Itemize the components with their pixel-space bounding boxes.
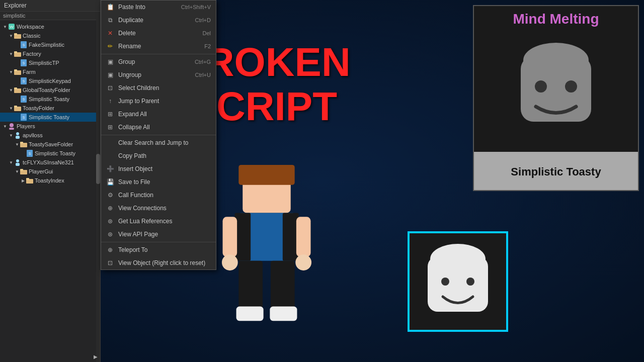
tree-item-toastysavefolder[interactable]: ▼ToastySaveFolder bbox=[0, 140, 100, 149]
tree-arrow[interactable]: ▼ bbox=[8, 159, 14, 165]
scrollbar-track[interactable] bbox=[96, 15, 100, 362]
tree-item-simplistictp[interactable]: SSimplisticTP bbox=[0, 58, 100, 67]
context-menu-item-clear-search[interactable]: Clear Search and Jump to bbox=[101, 136, 216, 149]
tree-label: FakeSimplistic bbox=[29, 42, 64, 48]
character-display bbox=[216, 161, 317, 337]
tree-item-toastyindex[interactable]: ▶ToastyIndex bbox=[0, 176, 100, 185]
tree-item-tcflyx[interactable]: ▼tcFLYXuSInsaNe321 bbox=[0, 158, 100, 167]
explorer-panel: Explorer simplistic ▼WWorkspace▼ClassicS… bbox=[0, 0, 101, 362]
tree-arrow[interactable]: ▼ bbox=[8, 69, 14, 75]
tree-item-simplistictoasty3[interactable]: SSimplistic Toasty bbox=[0, 149, 100, 158]
ctx-label-save-to-file: Save to File bbox=[118, 178, 211, 186]
svg-text:S: S bbox=[23, 79, 25, 83]
tree-item-fakesimplistic[interactable]: SFakeSimplistic bbox=[0, 40, 100, 49]
tree-item-classic[interactable]: ▼Classic bbox=[0, 31, 100, 40]
context-menu-separator bbox=[101, 242, 216, 242]
context-menu-item-copy-path[interactable]: Copy Path bbox=[101, 149, 216, 162]
svg-rect-10 bbox=[271, 261, 295, 309]
context-menu-item-teleport-to[interactable]: ⊕Teleport To bbox=[101, 243, 216, 256]
tree-label: Simplistic Toasty bbox=[29, 96, 69, 102]
preview-card-channel: Simplistic Toasty bbox=[474, 152, 638, 191]
scrollbar-thumb[interactable] bbox=[96, 154, 100, 184]
context-menu-item-duplicate[interactable]: ⧉DuplicateCtrl+D bbox=[101, 14, 216, 27]
preview-card: Mind Melting Simplistic Toasty bbox=[473, 5, 639, 191]
tree-label: apvlloss bbox=[23, 132, 43, 138]
context-menu-item-jump-to-parent[interactable]: ↑Jump to Parent bbox=[101, 95, 216, 108]
ctx-label-clear-search: Clear Search and Jump to bbox=[118, 139, 211, 146]
explorer-tree: ▼WWorkspace▼ClassicSFakeSimplistic▼Facto… bbox=[0, 20, 100, 187]
context-menu-item-view-api[interactable]: ⊛View API Page bbox=[101, 228, 216, 241]
tree-arrow[interactable]: ▼ bbox=[8, 33, 14, 39]
ctx-icon-view-object: ⊡ bbox=[106, 259, 114, 267]
context-menu-item-view-object[interactable]: ⊡View Object (Right click to reset) bbox=[101, 256, 216, 269]
context-menu-item-ungroup[interactable]: ▣UngroupCtrl+U bbox=[101, 68, 216, 81]
ctx-shortcut-delete: Del bbox=[202, 30, 211, 36]
tree-icon-folder bbox=[14, 68, 21, 75]
ctx-label-group: Group bbox=[118, 58, 185, 65]
tree-item-workspace[interactable]: ▼WWorkspace bbox=[0, 22, 100, 31]
tree-item-toastyfolder[interactable]: ▼ToastyFolder bbox=[0, 104, 100, 113]
tree-arrow[interactable]: ▼ bbox=[8, 105, 14, 111]
context-menu-item-collapse-all[interactable]: ⊞Collapse All bbox=[101, 121, 216, 134]
context-menu-item-delete[interactable]: ✕DeleteDel bbox=[101, 27, 216, 40]
tree-label: ToastySaveFolder bbox=[29, 141, 73, 147]
tree-label: GlobalToastyFolder bbox=[23, 87, 70, 93]
tree-arrow[interactable]: ▼ bbox=[2, 123, 8, 129]
tree-arrow[interactable]: ▼ bbox=[8, 132, 14, 138]
tree-item-factory[interactable]: ▼Factory bbox=[0, 49, 100, 58]
ctx-icon-ungroup: ▣ bbox=[106, 71, 114, 79]
context-menu-item-rename[interactable]: ✏RenameF2 bbox=[101, 40, 216, 53]
ctx-icon-paste-into: 📋 bbox=[106, 3, 114, 11]
tree-item-players[interactable]: ▼Players bbox=[0, 122, 100, 131]
tree-arrow[interactable]: ▼ bbox=[8, 51, 14, 57]
context-menu-item-get-lua[interactable]: ⊛Get Lua References bbox=[101, 215, 216, 228]
ctx-label-view-api: View API Page bbox=[118, 231, 211, 238]
svg-rect-48 bbox=[20, 142, 23, 144]
tree-icon-script: S bbox=[20, 59, 27, 66]
tree-arrow[interactable]: ▼ bbox=[14, 168, 20, 174]
tree-item-simplistictoasty1[interactable]: SSimplistic Toasty bbox=[0, 95, 100, 104]
ctx-icon-insert-object: ➕ bbox=[106, 165, 114, 173]
explorer-resize-handle[interactable]: ▶ bbox=[94, 354, 98, 359]
context-menu-item-call-function[interactable]: ⚙Call Function bbox=[101, 189, 216, 202]
tree-item-simplistictoasty2[interactable]: SSimplistic Toasty bbox=[0, 113, 100, 122]
tree-item-apvlloss[interactable]: ▼apvlloss bbox=[0, 131, 100, 140]
svg-rect-1 bbox=[238, 165, 294, 185]
ctx-shortcut-rename: F2 bbox=[204, 43, 211, 49]
tree-item-simplistickeypad[interactable]: SSimplisticKeypad bbox=[0, 76, 100, 85]
svg-text:S: S bbox=[23, 98, 25, 101]
context-menu-item-expand-all[interactable]: ⊞Expand All bbox=[101, 108, 216, 121]
svg-point-51 bbox=[16, 159, 19, 162]
svg-rect-56 bbox=[26, 178, 29, 180]
tree-icon-workspace: W bbox=[8, 23, 15, 30]
tree-icon-person bbox=[14, 132, 21, 139]
ctx-shortcut-duplicate: Ctrl+D bbox=[195, 17, 211, 23]
context-menu-item-group[interactable]: ▣GroupCtrl+G bbox=[101, 55, 216, 68]
explorer-header: Explorer bbox=[0, 0, 100, 12]
ctx-icon-select-children: ⊡ bbox=[106, 84, 114, 92]
tree-icon-folder bbox=[20, 168, 27, 175]
context-menu-item-paste-into[interactable]: 📋Paste IntoCtrl+Shift+V bbox=[101, 1, 216, 14]
ctx-icon-get-lua: ⊛ bbox=[106, 217, 114, 225]
context-menu-item-save-to-file[interactable]: 💾Save to File bbox=[101, 175, 216, 189]
context-menu-separator bbox=[101, 54, 216, 54]
tree-item-globaltoastyfolder[interactable]: ▼GlobalToastyFolder bbox=[0, 85, 100, 95]
ctx-icon-group: ▣ bbox=[106, 58, 114, 66]
ctx-label-view-object: View Object (Right click to reset) bbox=[118, 259, 211, 266]
tree-arrow[interactable]: ▼ bbox=[14, 141, 20, 147]
tree-arrow[interactable]: ▼ bbox=[2, 24, 8, 30]
tree-item-farm[interactable]: ▼Farm bbox=[0, 67, 100, 76]
tree-arrow[interactable]: ▶ bbox=[20, 177, 26, 184]
ctx-icon-duplicate: ⧉ bbox=[106, 16, 114, 24]
svg-point-45 bbox=[16, 132, 19, 135]
context-menu-item-insert-object[interactable]: ➕Insert Object bbox=[101, 162, 216, 175]
context-menu-item-select-children[interactable]: ⊡Select Children bbox=[101, 81, 216, 95]
tree-icon-folder bbox=[20, 141, 27, 148]
ctx-label-teleport-to: Teleport To bbox=[118, 246, 211, 253]
ctx-label-delete: Delete bbox=[118, 30, 192, 37]
ctx-icon-collapse-all: ⊞ bbox=[106, 123, 114, 131]
svg-text:S: S bbox=[23, 43, 25, 47]
tree-item-playergui[interactable]: ▼PlayerGui bbox=[0, 167, 100, 176]
context-menu-item-view-connections[interactable]: ⊕View Connections bbox=[101, 202, 216, 215]
tree-arrow[interactable]: ▼ bbox=[8, 87, 14, 93]
